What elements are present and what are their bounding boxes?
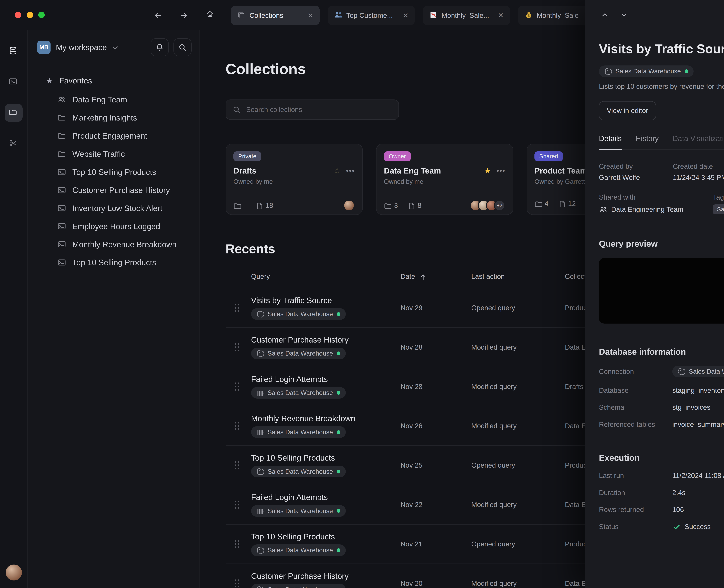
- sidebar-item-top-10-selling-products[interactable]: Top 10 Selling Products: [28, 163, 199, 181]
- table-row[interactable]: Failed Login Attempts Sales Data Warehou…: [226, 485, 630, 525]
- collection-card-drafts[interactable]: Private Drafts ☆ ••• Owned by me - 18: [226, 144, 363, 215]
- tab-history[interactable]: History: [636, 134, 659, 149]
- created-date-value: 11/24/24 3:45 PM: [673, 173, 724, 182]
- sidebar-item-marketing-insights[interactable]: Marketing Insights: [28, 109, 199, 127]
- star-icon[interactable]: ☆: [334, 167, 341, 175]
- minimize-window-button[interactable]: [27, 12, 33, 18]
- folder-icon: [233, 202, 241, 209]
- folder-count: 4: [545, 200, 549, 208]
- postgres-icon: [256, 547, 264, 554]
- close-tab-icon[interactable]: ✕: [498, 12, 504, 19]
- postgres-icon: [256, 468, 264, 475]
- connection-badge: Sales Data Warehouse: [251, 308, 346, 320]
- workspace-switcher[interactable]: MB My workspace: [28, 30, 199, 64]
- referenced-tables-value: invoice_summary, invoice_payments: [672, 420, 724, 428]
- table-row[interactable]: Customer Purchase History Sales Data War…: [226, 328, 630, 367]
- connection-badge: Sales Data Warehouse: [251, 348, 346, 359]
- folder-count: 3: [394, 202, 398, 209]
- close-tab-icon[interactable]: ✕: [307, 12, 313, 19]
- file-icon: [255, 202, 263, 209]
- sidebar-item-website-traffic[interactable]: Website Traffic: [28, 145, 199, 163]
- star-icon[interactable]: ★: [484, 167, 491, 175]
- tab-details[interactable]: Details: [599, 134, 622, 149]
- connection-badge: Sales Data Warehouse: [672, 366, 724, 377]
- sidebar-item-data-eng-team[interactable]: Data Eng Team: [28, 91, 199, 109]
- home-button[interactable]: [202, 6, 218, 22]
- tab-monthly-sales-chart[interactable]: Monthly_Sale... ✕: [423, 6, 510, 25]
- more-options-icon[interactable]: •••: [496, 167, 505, 175]
- sidebar-item-monthly-revenue-breakdown[interactable]: Monthly Revenue Breakdown: [28, 235, 199, 253]
- search-collections-input[interactable]: [245, 105, 392, 114]
- file-icon: [558, 200, 566, 207]
- connection-badge: Sales Data Warehouse: [251, 426, 346, 438]
- file-count: 8: [418, 202, 422, 209]
- database-icon[interactable]: [5, 42, 23, 60]
- close-window-button[interactable]: [15, 12, 21, 18]
- more-options-icon[interactable]: •••: [346, 167, 355, 175]
- sidebar-item-product-engagement[interactable]: Product Engagement: [28, 127, 199, 145]
- notifications-button[interactable]: [151, 38, 169, 56]
- card-owner: Owned by me: [233, 178, 355, 185]
- drag-handle[interactable]: [235, 501, 239, 509]
- star-icon: ★: [46, 77, 53, 85]
- zoom-window-button[interactable]: [38, 12, 45, 18]
- table-row[interactable]: Visits by Traffic Source Sales Data Ware…: [226, 288, 630, 328]
- file-count: 18: [265, 202, 273, 209]
- workspace-name: My workspace: [56, 43, 107, 52]
- connection-badge: Sales Data Warehouse: [251, 466, 346, 477]
- table-row[interactable]: Failed Login Attempts Sales Data Warehou…: [226, 367, 630, 406]
- bars-db-icon: [256, 507, 264, 514]
- next-item-button[interactable]: [616, 7, 632, 23]
- sidebar-item-inventory-low-stock-alert[interactable]: Inventory Low Stock Alert: [28, 199, 199, 217]
- details-panel: Visits by Traffic Source Sales Data Ware…: [585, 0, 724, 588]
- drag-handle[interactable]: [235, 461, 239, 469]
- duration-value: 2.4s: [672, 489, 724, 497]
- collections-icon[interactable]: [5, 104, 23, 122]
- postgres-icon: [256, 310, 264, 318]
- terminal-icon[interactable]: [5, 73, 23, 91]
- sidebar-item-employee-hours-logged[interactable]: Employee Hours Logged: [28, 217, 199, 235]
- tab-collections[interactable]: Collections ✕: [231, 6, 320, 25]
- forward-button[interactable]: [175, 7, 191, 23]
- details-shared-tags: Shared with Tags Data Engineering Team S…: [599, 193, 724, 214]
- back-button[interactable]: [150, 7, 166, 23]
- table-row[interactable]: Top 10 Selling Products Sales Data Wareh…: [226, 446, 630, 485]
- drag-handle[interactable]: [235, 422, 239, 430]
- table-row[interactable]: Customer Purchase History Sales Data War…: [226, 564, 630, 588]
- previous-item-button[interactable]: [597, 7, 613, 23]
- status-dot: [337, 312, 340, 316]
- column-query[interactable]: Query: [251, 272, 401, 280]
- created-by-value: Garrett Wolfe: [599, 173, 673, 182]
- table-row[interactable]: Top 10 Selling Products Sales Data Wareh…: [226, 525, 630, 564]
- table-row[interactable]: Monthly Revenue Breakdown Sales Data War…: [226, 406, 630, 446]
- user-avatar[interactable]: [6, 565, 22, 581]
- drag-handle[interactable]: [235, 580, 239, 587]
- view-in-editor-button[interactable]: View in editor: [599, 101, 656, 120]
- drag-handle[interactable]: [235, 343, 239, 351]
- folder-count: -: [243, 202, 246, 209]
- drag-handle[interactable]: [235, 304, 239, 312]
- postgres-icon: [256, 586, 264, 588]
- card-title: Data Eng Team: [384, 166, 484, 175]
- search-icon: [232, 106, 240, 113]
- scissors-icon[interactable]: [5, 134, 23, 153]
- file-icon: [407, 202, 415, 209]
- drag-handle[interactable]: [235, 382, 239, 391]
- close-tab-icon[interactable]: ✕: [403, 12, 408, 19]
- tag-sales[interactable]: Sales: [713, 204, 724, 214]
- sidebar-item-top-10-selling-products-2[interactable]: Top 10 Selling Products: [28, 253, 199, 272]
- tab-top-customers[interactable]: Top Custome... ✕: [328, 6, 415, 25]
- status-dot: [337, 470, 340, 474]
- sidebar-item-customer-purchase-history[interactable]: Customer Purchase History: [28, 181, 199, 199]
- panel-tabs: Details History Data Visualization: [599, 134, 724, 150]
- connection-badge: Sales Data Warehouse: [251, 505, 346, 517]
- tab-data-visualization[interactable]: Data Visualization: [673, 134, 724, 149]
- file-count: 12: [568, 200, 576, 208]
- icon-rail: [0, 30, 28, 588]
- column-last-action[interactable]: Last action: [471, 272, 565, 280]
- search-button[interactable]: [173, 38, 192, 56]
- favorites-header: ★ Favorites: [46, 76, 199, 85]
- collection-card-data-eng-team[interactable]: Owner Data Eng Team ★ ••• Owned by me 3 …: [376, 144, 513, 215]
- column-date[interactable]: Date: [401, 272, 471, 280]
- drag-handle[interactable]: [235, 540, 239, 548]
